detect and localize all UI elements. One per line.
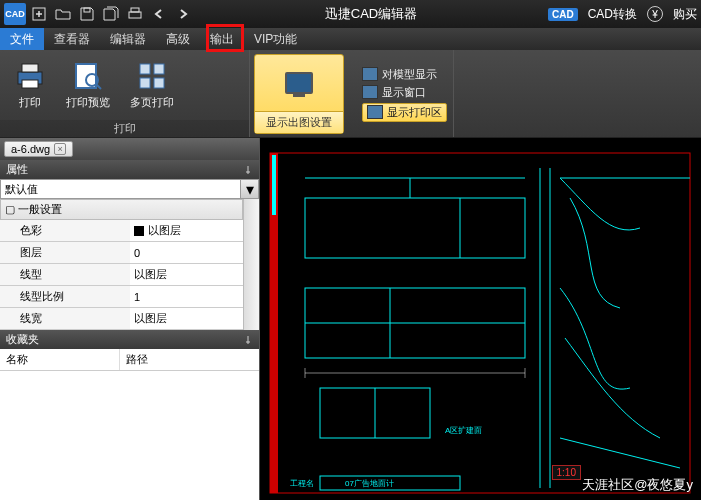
- title-bar: CAD 迅捷CAD编辑器 CAD CAD转换 ¥ 购买: [0, 0, 701, 28]
- redo-button[interactable]: [172, 3, 194, 25]
- scrollbar[interactable]: [243, 199, 259, 330]
- svg-rect-11: [140, 78, 150, 88]
- grid-icon: [136, 60, 168, 92]
- undo-button[interactable]: [148, 3, 170, 25]
- svg-rect-7: [76, 64, 96, 88]
- tab-output[interactable]: 输出: [200, 28, 244, 50]
- check-show-window[interactable]: 显示窗口: [362, 85, 447, 100]
- svg-rect-6: [22, 80, 38, 88]
- document-tab-bar: a-6.dwg ×: [0, 138, 259, 160]
- document-tab[interactable]: a-6.dwg ×: [4, 141, 73, 157]
- print-preview-button[interactable]: 打印预览: [60, 56, 116, 114]
- ratio-badge: 1:10: [552, 465, 581, 480]
- prop-row: 图层0: [0, 242, 243, 264]
- display-settings-button[interactable]: 显示出图设置: [254, 54, 344, 134]
- buy-link[interactable]: 购买: [673, 6, 697, 23]
- check-model-display[interactable]: 对模型显示: [362, 67, 447, 82]
- cad-drawing: A区扩建面 工程名 07广告地面计: [260, 138, 701, 500]
- svg-rect-16: [305, 198, 525, 258]
- tab-editor[interactable]: 编辑器: [100, 28, 156, 50]
- printer-icon: [14, 60, 46, 92]
- default-dropdown[interactable]: ▾: [0, 179, 259, 199]
- drawing-canvas[interactable]: A区扩建面 工程名 07广告地面计 1:10 天涯社区@夜悠夏y: [260, 138, 701, 500]
- window-icon: [362, 67, 378, 81]
- watermark: 天涯社区@夜悠夏y: [582, 476, 693, 494]
- svg-rect-1: [84, 8, 90, 12]
- tab-advanced[interactable]: 高级: [156, 28, 200, 50]
- pin-icon[interactable]: [243, 335, 253, 345]
- multi-print-button[interactable]: 多页打印: [124, 56, 180, 114]
- yen-icon: ¥: [647, 6, 663, 22]
- svg-rect-3: [131, 8, 139, 12]
- tab-viewer[interactable]: 查看器: [44, 28, 100, 50]
- svg-rect-10: [154, 64, 164, 74]
- prop-row: 线宽以图层: [0, 308, 243, 330]
- app-title: 迅捷CAD编辑器: [194, 5, 548, 23]
- svg-rect-15: [272, 155, 276, 215]
- print-button[interactable]: [124, 3, 146, 25]
- magnifier-icon: [72, 60, 104, 92]
- color-swatch-icon: [134, 226, 144, 236]
- tab-file[interactable]: 文件: [0, 28, 44, 50]
- ribbon-group-print-label: 打印: [0, 120, 249, 137]
- chevron-down-icon[interactable]: ▾: [240, 180, 258, 198]
- favorites-body: [0, 371, 259, 500]
- prop-row: 线型以图层: [0, 264, 243, 286]
- save-all-button[interactable]: [100, 3, 122, 25]
- window-icon: [367, 105, 383, 119]
- close-tab-icon[interactable]: ×: [54, 143, 66, 155]
- left-panel: a-6.dwg × 属性 ▾ ▢一般设置 色彩以图层 图层0 线型以图层 线型比…: [0, 138, 260, 500]
- favorites-columns: 名称 路径: [0, 349, 259, 371]
- save-button[interactable]: [76, 3, 98, 25]
- prop-row: 色彩以图层: [0, 220, 243, 242]
- svg-text:工程名: 工程名: [290, 479, 314, 488]
- svg-text:A区扩建面: A区扩建面: [445, 426, 482, 435]
- svg-rect-2: [129, 12, 141, 18]
- check-show-print-area[interactable]: 显示打印区: [362, 103, 447, 122]
- prop-section-general[interactable]: ▢一般设置: [0, 199, 243, 220]
- prop-row: 线型比例1: [0, 286, 243, 308]
- app-logo-icon: CAD: [4, 3, 26, 25]
- favorites-header: 收藏夹: [0, 330, 259, 349]
- properties-header: 属性: [0, 160, 259, 179]
- svg-text:07广告地面计: 07广告地面计: [345, 479, 394, 488]
- cad-convert-link[interactable]: CAD转换: [588, 6, 637, 23]
- menu-bar: 文件 查看器 编辑器 高级 输出 VIP功能: [0, 28, 701, 50]
- svg-rect-5: [22, 64, 38, 72]
- pin-icon[interactable]: [243, 165, 253, 175]
- new-button[interactable]: [28, 3, 50, 25]
- cad-badge-icon: CAD: [548, 8, 578, 21]
- ribbon: 打印 打印预览 多页打印 打印 显示出图设置 对模型显示 显示窗口 显示打印区: [0, 50, 701, 138]
- default-input[interactable]: [1, 181, 240, 197]
- window-icon: [362, 85, 378, 99]
- print-big-button[interactable]: 打印: [8, 56, 52, 114]
- tab-vip[interactable]: VIP功能: [244, 28, 307, 50]
- monitor-icon: [285, 72, 313, 94]
- svg-rect-9: [140, 64, 150, 74]
- open-button[interactable]: [52, 3, 74, 25]
- svg-rect-12: [154, 78, 164, 88]
